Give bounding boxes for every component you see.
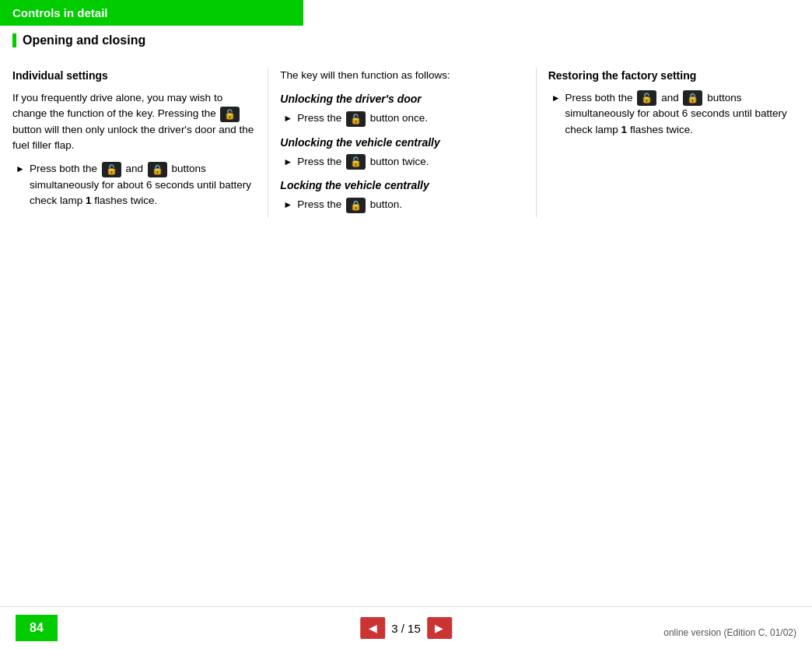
col2-bullet2: ► Press the 🔓 button twice.: [283, 154, 523, 170]
section-title-text: Opening and closing: [23, 33, 145, 47]
bullet-arrow-icon4: ►: [283, 198, 292, 212]
col3-title: Restoring the factory setting: [548, 68, 792, 84]
column-3: Restoring the factory setting ► Press bo…: [541, 68, 800, 218]
section-title-container: Opening and closing: [0, 26, 812, 52]
bullet-arrow-icon5: ►: [551, 91, 561, 105]
unlock-icon-col2-b1: 🔓: [346, 111, 366, 127]
next-page-button[interactable]: ▶: [427, 617, 452, 639]
unlock-icon-bullet1: 🔓: [102, 162, 121, 177]
main-content: Individual settings If you frequently dr…: [0, 52, 812, 218]
col2-heading2: Unlocking the vehicle centrally: [280, 135, 523, 151]
col1-bullet1: ► Press both the 🔓 and 🔒 buttons simulta…: [16, 161, 256, 209]
unlock-icon-col2-b2: 🔓: [346, 154, 366, 170]
chapter-header: Controls in detail: [0, 0, 303, 26]
lock-icon-col2-b3: 🔒: [346, 198, 366, 213]
col2-heading3: Locking the vehicle centrally: [280, 177, 523, 194]
bullet-arrow-icon2: ►: [283, 111, 292, 125]
unlock-icon-col3-b1: 🔓: [637, 90, 656, 106]
lock-icon-bullet1: 🔒: [148, 162, 167, 177]
lock-icon-col3-b1: 🔒: [683, 90, 702, 106]
bottom-nav-bar: 84 ◀ 3 / 15 ▶ online version (Edition C,…: [0, 606, 812, 649]
column-1: Individual settings If you frequently dr…: [12, 68, 264, 218]
col2-heading1: Unlocking the driver's door: [280, 91, 523, 107]
edition-info: online version (Edition C, 01/02): [663, 627, 796, 638]
col3-bullet1: ► Press both the 🔓 and 🔒 buttons simulta…: [551, 90, 792, 138]
prev-page-button[interactable]: ◀: [360, 617, 385, 639]
chapter-title: Controls in detail: [12, 6, 108, 19]
col2-bullet1: ► Press the 🔓 button once.: [283, 111, 523, 126]
page-indicator: 3 / 15: [391, 622, 421, 635]
column-2: The key will then function as follows: U…: [272, 68, 531, 218]
unlock-icon-inline: 🔓: [220, 107, 240, 122]
col2-bullet3: ► Press the 🔒 button.: [283, 197, 523, 212]
col1-body: If you frequently drive alone, you may w…: [12, 90, 256, 153]
bullet-arrow-icon: ►: [16, 162, 25, 176]
bullet-arrow-icon3: ►: [283, 155, 292, 169]
col1-title: Individual settings: [12, 68, 256, 84]
nav-center-group: ◀ 3 / 15 ▶: [360, 617, 452, 639]
col2-intro: The key will then function as follows:: [280, 68, 523, 83]
page-number: 84: [16, 615, 58, 641]
divider-1: [268, 68, 268, 218]
divider-2: [536, 68, 537, 218]
